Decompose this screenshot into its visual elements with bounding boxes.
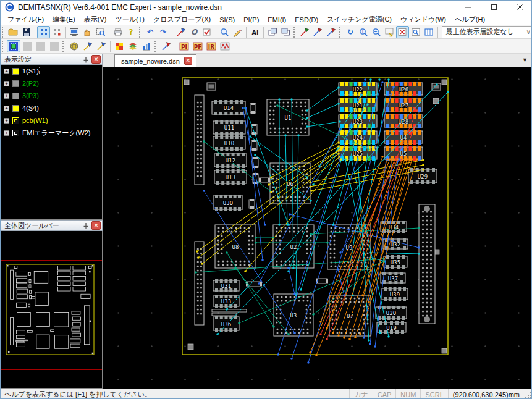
component-CN1[interactable] [195, 95, 204, 185]
menu-item-0[interactable]: ファイル(F) [3, 14, 48, 25]
toolbar-drag-handle[interactable] [139, 27, 143, 38]
pi-analysis-button[interactable]: PI [177, 40, 191, 52]
window-copy-2-button[interactable] [279, 26, 292, 38]
layer-row-1(S1)[interactable]: +1(S1) [1, 65, 102, 77]
print-button[interactable] [111, 26, 124, 38]
top-layer-select[interactable]: 最上位表示層設定なし∨ [442, 26, 532, 38]
tab-list-dropdown-icon[interactable]: ▼ [522, 57, 528, 63]
blank-3-button[interactable] [48, 40, 61, 52]
select-points-alt-button[interactable] [50, 26, 63, 38]
overview-thumbnail[interactable] [1, 231, 103, 388]
pcb-canvas[interactable]: U14U11U10U12U13U30U1U6U22U21U23U24U25U26… [103, 67, 532, 388]
component-CN3[interactable] [419, 204, 435, 324]
menu-item-1[interactable]: 編集(E) [48, 14, 80, 25]
layer-row-EMIエラーマーク(W2)[interactable]: +EMIエラーマーク(W2) [1, 127, 102, 139]
blank-1-button[interactable] [20, 40, 34, 52]
search-button[interactable] [218, 26, 231, 38]
board-view-button[interactable] [7, 40, 20, 52]
component-R4[interactable] [253, 157, 258, 168]
measure-button[interactable] [231, 26, 244, 38]
check-window-button[interactable] [200, 26, 213, 38]
tree-expand-icon[interactable]: + [4, 106, 9, 111]
layer-color-swatch[interactable] [12, 130, 19, 136]
result-graph-button[interactable] [140, 40, 153, 52]
layer-color-swatch[interactable] [12, 105, 19, 112]
layer-row-3(P3)[interactable]: +3(P3) [1, 90, 102, 102]
zoom-window-button[interactable] [94, 26, 107, 38]
menu-item-4[interactable]: クロスプローブ(X) [149, 14, 215, 25]
layer-row-pcb(W1)[interactable]: +pcb(W1) [1, 114, 102, 127]
toolbar-drag-handle[interactable] [154, 41, 158, 52]
layer-row-2(P2)[interactable]: +2(P2) [1, 77, 102, 90]
component-R9[interactable] [259, 177, 270, 182]
window-copy-button[interactable] [266, 26, 279, 38]
tree-expand-icon[interactable]: + [4, 118, 9, 124]
display-settings-close-icon[interactable]: ✕ [91, 55, 101, 64]
probe-red-button[interactable] [311, 26, 324, 38]
component-R1[interactable] [250, 103, 256, 114]
grid-table-button[interactable] [422, 26, 435, 38]
document-tab[interactable]: sample_nowire.dsn ✕ [114, 54, 196, 67]
menu-item-5[interactable]: SI(S) [215, 15, 239, 25]
menu-item-2[interactable]: 表示(V) [80, 14, 111, 25]
menu-item-10[interactable]: ウィンドウ(W) [396, 14, 450, 25]
pin-icon[interactable] [81, 221, 90, 230]
zoom-out-button[interactable]: − [369, 26, 382, 38]
cross-probe-button[interactable] [174, 26, 187, 38]
zoom-previous-button[interactable] [383, 26, 396, 38]
probe-green-button[interactable] [298, 26, 311, 38]
fit-screen-button[interactable] [68, 26, 81, 38]
overview-window-button[interactable] [409, 26, 422, 38]
component-CN2[interactable] [195, 242, 204, 325]
redraw-button[interactable]: ↻ [344, 26, 357, 38]
emi-globe-button[interactable] [67, 40, 81, 52]
emi-probe-button[interactable] [81, 40, 95, 52]
waveform-view-button[interactable] [218, 40, 232, 52]
layer-stack-button[interactable] [126, 40, 140, 52]
redo-button[interactable]: ↷ [157, 26, 170, 38]
layer-color-swatch[interactable] [12, 93, 19, 99]
tree-expand-icon[interactable]: + [4, 93, 9, 99]
help-button[interactable]: ? [125, 26, 138, 38]
text-attribute-button[interactable]: AI [248, 26, 261, 38]
layer-color-swatch[interactable] [12, 68, 19, 75]
select-points-button[interactable] [37, 26, 50, 38]
pf-analysis-button[interactable]: PF [191, 40, 205, 52]
pin-icon[interactable] [81, 55, 90, 64]
menu-item-7[interactable]: EMI(I) [263, 15, 290, 25]
layer-color-swatch[interactable] [12, 80, 19, 87]
probe-red-2-button[interactable] [324, 26, 337, 38]
wave-probe-button[interactable] [159, 40, 173, 52]
toolbar-drag-handle[interactable] [2, 27, 6, 38]
blank-2-button[interactable] [34, 40, 48, 52]
layer-row-4(S4)[interactable]: +4(S4) [1, 102, 102, 114]
resize-grip[interactable] [524, 391, 532, 399]
overview-close-icon[interactable]: ✕ [91, 221, 101, 230]
pattern-check-button[interactable] [112, 40, 126, 52]
pan-button[interactable] [81, 26, 94, 38]
tab-close-icon[interactable]: ✕ [184, 57, 192, 65]
tree-expand-icon[interactable]: + [4, 81, 9, 86]
menu-item-9[interactable]: スイッチング電源(C) [323, 14, 396, 25]
toolbar-drag-handle[interactable] [62, 41, 66, 52]
toolbar-drag-handle[interactable] [293, 27, 297, 38]
component-R6[interactable] [249, 199, 255, 209]
emi-probe-2-button[interactable] [95, 40, 108, 52]
toolbar-drag-handle[interactable] [339, 27, 342, 38]
close-button[interactable] [507, 1, 532, 14]
component-R3[interactable] [251, 140, 257, 151]
tree-expand-icon[interactable]: + [4, 130, 9, 136]
tree-expand-icon[interactable]: + [4, 69, 9, 74]
minimize-button[interactable] [455, 1, 481, 14]
ir-analysis-button[interactable]: IR [205, 40, 218, 52]
net-open-button[interactable]: O [187, 26, 200, 38]
zoom-in-button[interactable]: + [357, 26, 369, 38]
highlight-window-button[interactable] [396, 26, 409, 38]
open-button[interactable] [7, 26, 20, 38]
maximize-button[interactable] [481, 1, 507, 14]
layer-color-swatch[interactable] [12, 117, 19, 124]
menu-item-8[interactable]: ESD(D) [290, 15, 323, 25]
menu-item-6[interactable]: PI(P) [239, 15, 263, 25]
menu-item-3[interactable]: ツール(T) [111, 14, 149, 25]
undo-button[interactable]: ↶ [144, 26, 157, 38]
